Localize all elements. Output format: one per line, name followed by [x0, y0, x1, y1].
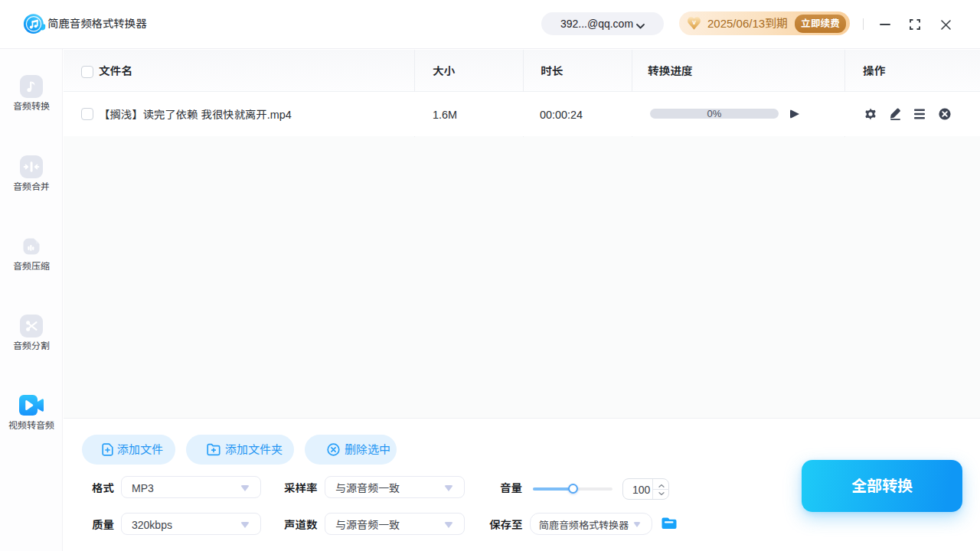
- svg-text:v: v: [692, 18, 696, 26]
